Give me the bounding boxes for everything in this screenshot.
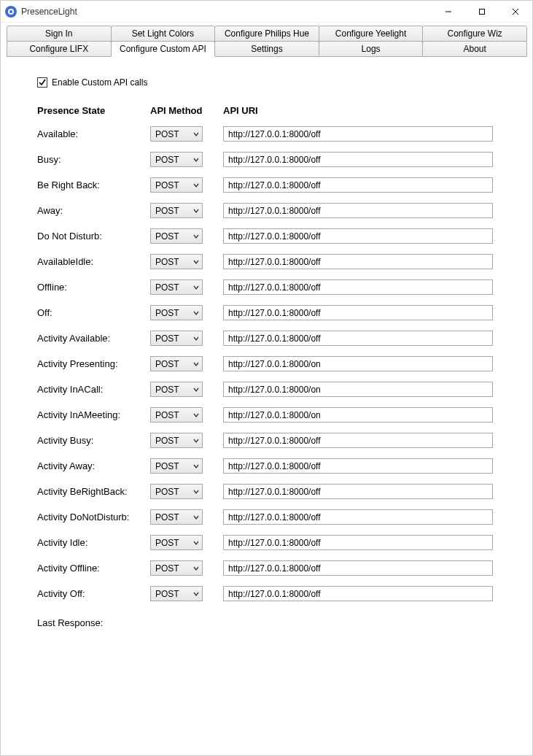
api-uri-input[interactable] bbox=[223, 331, 493, 346]
api-method-select[interactable]: POST bbox=[150, 433, 203, 448]
tab-configure-philips-hue[interactable]: Configure Philips Hue bbox=[214, 26, 319, 42]
api-uri-input[interactable] bbox=[223, 305, 493, 320]
chevron-down-icon bbox=[193, 234, 199, 239]
api-method-select[interactable]: POST bbox=[150, 586, 203, 601]
tab-control: Sign InSet Light ColorsConfigure Philips… bbox=[1, 23, 532, 57]
api-method-select[interactable]: POST bbox=[150, 509, 203, 525]
api-uri-input[interactable] bbox=[223, 203, 493, 218]
api-method-value: POST bbox=[155, 129, 179, 139]
api-method-select[interactable]: POST bbox=[150, 356, 203, 371]
api-uri-input[interactable] bbox=[223, 407, 493, 423]
tab-logs[interactable]: Logs bbox=[319, 41, 424, 57]
api-method-select[interactable]: POST bbox=[150, 484, 203, 499]
api-method-select[interactable]: POST bbox=[150, 152, 203, 167]
state-label: Activity InAMeeting: bbox=[37, 409, 136, 420]
api-method-value: POST bbox=[155, 538, 179, 548]
api-uri-input[interactable] bbox=[223, 177, 493, 193]
api-method-select[interactable]: POST bbox=[150, 203, 203, 218]
state-label: Activity Presenting: bbox=[37, 358, 136, 369]
svg-point-1 bbox=[9, 10, 12, 13]
api-uri-input[interactable] bbox=[223, 254, 493, 269]
api-method-select[interactable]: POST bbox=[150, 535, 203, 550]
api-uri-input[interactable] bbox=[223, 484, 493, 499]
chevron-down-icon bbox=[193, 412, 199, 418]
api-uri-input[interactable] bbox=[223, 535, 493, 550]
tabs-row-2: Configure LIFXConfigure Custom APISettin… bbox=[7, 41, 526, 57]
state-label: Activity Offline: bbox=[37, 563, 136, 574]
api-method-select[interactable]: POST bbox=[150, 228, 203, 244]
chevron-down-icon bbox=[193, 361, 199, 367]
tab-settings[interactable]: Settings bbox=[214, 41, 319, 57]
api-uri-input[interactable] bbox=[223, 458, 493, 474]
chevron-down-icon bbox=[193, 591, 199, 597]
chevron-down-icon bbox=[193, 540, 199, 546]
minimize-button[interactable] bbox=[432, 1, 465, 22]
api-uri-input[interactable] bbox=[223, 586, 493, 601]
api-uri-input[interactable] bbox=[223, 126, 493, 142]
state-label: Activity DoNotDisturb: bbox=[37, 512, 136, 522]
state-label: Available: bbox=[37, 128, 136, 139]
api-method-select[interactable]: POST bbox=[150, 560, 203, 576]
tab-configure-custom-api[interactable]: Configure Custom API bbox=[111, 41, 216, 57]
close-button[interactable] bbox=[499, 1, 532, 22]
api-method-value: POST bbox=[155, 436, 179, 446]
state-label: Activity BeRightBack: bbox=[37, 486, 136, 497]
chevron-down-icon bbox=[193, 259, 199, 265]
header-api-method: API Method bbox=[150, 105, 209, 116]
tab-content: Enable Custom API calls Presence State A… bbox=[1, 57, 532, 636]
app-icon bbox=[5, 6, 17, 18]
api-uri-input[interactable] bbox=[223, 382, 493, 397]
header-presence-state: Presence State bbox=[37, 105, 136, 116]
api-method-select[interactable]: POST bbox=[150, 382, 203, 397]
tab-set-light-colors[interactable]: Set Light Colors bbox=[111, 26, 216, 42]
api-method-value: POST bbox=[155, 563, 179, 574]
api-method-select[interactable]: POST bbox=[150, 177, 203, 193]
api-uri-input[interactable] bbox=[223, 356, 493, 371]
svg-rect-3 bbox=[480, 9, 485, 14]
api-method-value: POST bbox=[155, 385, 179, 395]
enable-custom-api-checkbox[interactable]: Enable Custom API calls bbox=[37, 77, 518, 88]
checkbox-icon bbox=[37, 77, 47, 88]
maximize-button[interactable] bbox=[465, 1, 499, 22]
api-uri-input[interactable] bbox=[223, 560, 493, 576]
state-label: Activity Busy: bbox=[37, 435, 136, 446]
chevron-down-icon bbox=[193, 438, 199, 444]
chevron-down-icon bbox=[193, 336, 199, 342]
state-label: Be Right Back: bbox=[37, 180, 136, 190]
api-method-select[interactable]: POST bbox=[150, 126, 203, 142]
tab-configure-wiz[interactable]: Configure Wiz bbox=[422, 26, 527, 42]
chevron-down-icon bbox=[193, 157, 199, 163]
api-uri-input[interactable] bbox=[223, 509, 493, 525]
api-uri-input[interactable] bbox=[223, 152, 493, 167]
header-api-uri: API URI bbox=[223, 105, 493, 116]
state-label: Activity Idle: bbox=[37, 537, 136, 548]
api-method-select[interactable]: POST bbox=[150, 458, 203, 474]
state-label: Busy: bbox=[37, 154, 136, 165]
state-label: AvailableIdle: bbox=[37, 256, 136, 267]
api-uri-input[interactable] bbox=[223, 279, 493, 295]
api-method-select[interactable]: POST bbox=[150, 254, 203, 269]
api-method-select[interactable]: POST bbox=[150, 407, 203, 423]
app-window: PresenceLight Sign InSet Light ColorsCon… bbox=[0, 0, 533, 756]
api-method-select[interactable]: POST bbox=[150, 331, 203, 346]
api-method-value: POST bbox=[155, 257, 179, 267]
titlebar: PresenceLight bbox=[1, 1, 532, 23]
tab-configure-yeelight[interactable]: Configure Yeelight bbox=[319, 26, 424, 42]
chevron-down-icon bbox=[193, 208, 199, 214]
api-method-value: POST bbox=[155, 512, 179, 522]
api-method-select[interactable]: POST bbox=[150, 279, 203, 295]
state-label: Activity Available: bbox=[37, 333, 136, 344]
api-method-value: POST bbox=[155, 410, 179, 420]
api-uri-input[interactable] bbox=[223, 228, 493, 244]
last-response-label: Last Response: bbox=[37, 617, 518, 628]
api-method-value: POST bbox=[155, 589, 179, 599]
api-method-value: POST bbox=[155, 487, 179, 497]
api-method-value: POST bbox=[155, 461, 179, 471]
state-label: Do Not Disturb: bbox=[37, 231, 136, 242]
tab-sign-in[interactable]: Sign In bbox=[7, 26, 112, 42]
chevron-down-icon bbox=[193, 463, 199, 469]
tab-configure-lifx[interactable]: Configure LIFX bbox=[7, 41, 112, 57]
api-uri-input[interactable] bbox=[223, 433, 493, 448]
api-method-select[interactable]: POST bbox=[150, 305, 203, 320]
tab-about[interactable]: About bbox=[422, 41, 527, 57]
